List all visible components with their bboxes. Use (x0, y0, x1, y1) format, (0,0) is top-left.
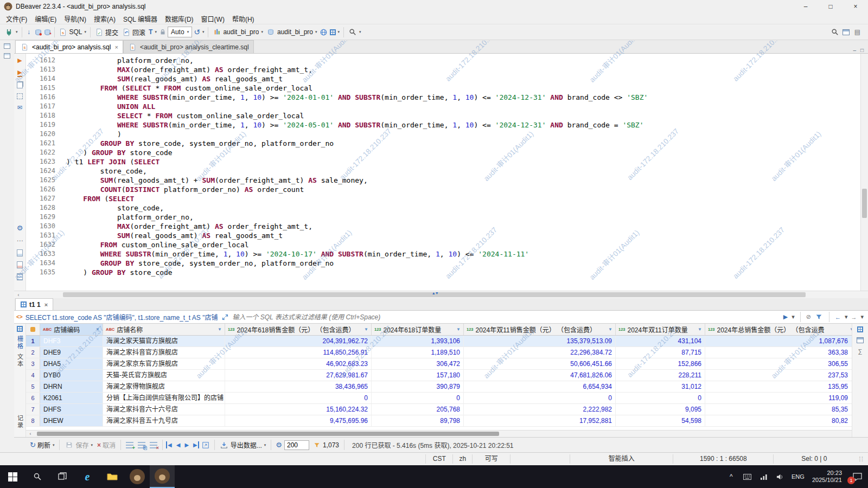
code-line[interactable]: SUM(real_goods_amt_t) + SUM(order_freigh… (66, 176, 860, 185)
menu-item[interactable]: 导航(N) (60, 14, 90, 24)
code-line[interactable]: FROM (SELECT * FROM custom_online_sale_o… (66, 84, 860, 93)
mail-export-icon[interactable]: ✉ (17, 104, 22, 111)
table-cell[interactable]: 1,189,510 (372, 347, 464, 358)
add-row-button[interactable]: + (124, 441, 135, 449)
row-number[interactable]: 3 (26, 358, 40, 369)
network-icon[interactable] (756, 465, 772, 488)
table-cell[interactable]: 119,09 (705, 393, 852, 403)
row-number[interactable]: 4 (26, 370, 40, 381)
globe-icon[interactable] (319, 28, 328, 37)
table-cell[interactable]: DHFS (40, 404, 103, 415)
table-row[interactable]: 4DYB0天猫-英氏官方旗舰店27,629,981.67157,18047,68… (26, 370, 852, 381)
scrollbar-thumb[interactable] (37, 432, 499, 436)
table-cell[interactable]: 海澜之家天猫官方旗舰店 (103, 336, 225, 346)
table-cell[interactable]: 27,629,981.67 (225, 370, 372, 381)
column-header[interactable]: 1232024年双11销售金额（元） （包含运费）▼ (464, 324, 616, 335)
table-cell[interactable]: 89,798 (372, 415, 464, 426)
fetch-size-input[interactable] (284, 440, 309, 450)
table-cell[interactable]: DHF3 (40, 336, 103, 346)
maximize-button[interactable]: □ (818, 0, 843, 13)
scroll-left-icon[interactable]: ‹ (14, 292, 23, 298)
code-line[interactable]: SELECT * FROM custom_online_sale_order_l… (66, 111, 860, 120)
table-cell[interactable]: 50,606,451.66 (464, 358, 616, 369)
column-header[interactable]: 1232024年双11订单数量▼ (616, 324, 705, 335)
table-cell[interactable]: DHEW (40, 415, 103, 426)
filter-history-back-icon[interactable]: ← (835, 314, 841, 320)
code-line[interactable]: UNION ALL (66, 102, 860, 111)
table-cell[interactable]: 海澜之家京东官方旗舰店 (103, 358, 225, 369)
table-cell[interactable]: 47,681,826.06 (464, 370, 616, 381)
insert-mode-indicator[interactable]: 智能插入 (570, 454, 673, 464)
taskbar-search-button[interactable] (25, 465, 50, 488)
taskbar-clock[interactable]: 20:23 2025/10/21 (808, 470, 846, 484)
hidden-icons-chevron[interactable]: ^ (723, 465, 739, 488)
code-line[interactable]: MAX(order_freight_amt) AS order_freight_… (66, 222, 860, 231)
table-cell[interactable]: 0 (616, 393, 705, 403)
menu-item[interactable]: 文件(F) (2, 14, 31, 24)
grid-horizontal-scrollbar[interactable]: ‹ (26, 430, 852, 437)
filter-dropdown-icon[interactable]: ▼ (218, 327, 222, 332)
file-explorer-button[interactable] (100, 465, 125, 488)
data-grid[interactable]: ABC店铺编码▼ABC店铺名称▼1232024年618销售金额（元） （包含运费… (26, 324, 852, 437)
code-line[interactable]: platform_order_no, (66, 56, 860, 65)
history-button[interactable]: ↺ ▾ (192, 27, 206, 37)
table-row[interactable]: 8DHEW海澜之家抖音五十九号店9,475,695.9689,79817,952… (26, 415, 852, 427)
grid-corner-cell[interactable] (26, 324, 40, 335)
column-header[interactable]: ABC店铺编码▼ (40, 324, 103, 335)
language-indicator[interactable]: ENG (788, 465, 808, 488)
row-number[interactable]: 6 (26, 393, 40, 403)
chevron-down-icon[interactable]: ▾ (792, 313, 795, 320)
start-button[interactable] (0, 465, 25, 488)
table-cell[interactable]: 0 (464, 393, 616, 403)
code-lines[interactable]: platform_order_no, MAX(order_freight_amt… (61, 54, 860, 291)
presentation-tab-grid[interactable]: 栅格 (16, 336, 24, 350)
dbeaver-taskbar-button[interactable] (125, 465, 150, 488)
table-row[interactable]: 7DHFS海澜之家抖音六十六号店15,160,224.32205,7682,22… (26, 404, 852, 415)
filter-dropdown-icon[interactable]: ▼ (364, 327, 368, 332)
table-cell[interactable]: 205,768 (372, 404, 464, 415)
code-line[interactable]: SUM(real_goods_amt) AS real_goods_amt_t (66, 231, 860, 240)
table-cell[interactable]: 31,012 (616, 381, 705, 392)
autocommit-select[interactable]: Auto ▾ (168, 27, 192, 37)
commit-mode-button[interactable]: ▾ (328, 28, 342, 36)
commit-button[interactable]: ✓ 提交 (93, 27, 120, 38)
total-row-count[interactable]: 1,073 (310, 440, 341, 450)
table-row[interactable]: 5DHRN海澜之家得物旗舰店38,436,965390,8796,654,934… (26, 381, 852, 393)
more-icon[interactable]: ⋯ (17, 237, 23, 245)
filter-dropdown-icon[interactable]: ▼ (698, 327, 702, 332)
maximize-editor-icon[interactable]: □ (860, 47, 864, 53)
database-star-icon[interactable]: * (43, 28, 52, 37)
table-cell[interactable]: 海澜之家抖音六十六号店 (103, 404, 225, 415)
table-cell[interactable]: 152,866 (616, 358, 705, 369)
code-line[interactable]: ) GROUP BY store_code (66, 268, 860, 277)
table-cell[interactable]: 46,902,683.23 (225, 358, 372, 369)
schema-select[interactable]: audit_bi_pro ▾ (265, 27, 319, 38)
refresh-button[interactable]: ↻ 刷新 ▾ (28, 440, 56, 450)
scroll-left-icon[interactable]: ‹ (26, 431, 35, 436)
grid-settings-gear-icon[interactable]: ⚙ (275, 441, 283, 449)
code-line[interactable]: WHERE SUBSTR(min_order_time, 1, 10) >= '… (66, 249, 860, 259)
menu-item[interactable]: 帮助(H) (228, 14, 258, 24)
table-cell[interactable]: 17,952,881 (464, 415, 616, 426)
row-number[interactable]: 1 (26, 336, 40, 346)
quick-search-icon[interactable] (830, 28, 839, 37)
minimize-button[interactable]: – (793, 0, 818, 13)
dbeaver-taskbar-button-active[interactable] (150, 465, 175, 488)
access-mode-indicator[interactable]: 可写 (472, 454, 510, 464)
menu-item[interactable]: 编辑(E) (31, 14, 60, 24)
table-cell[interactable]: K2061 (40, 393, 103, 403)
last-row-button[interactable]: ▶ (192, 441, 199, 448)
table-cell[interactable]: 135,379,513.09 (464, 336, 616, 346)
database-new-icon[interactable] (34, 28, 43, 37)
column-header[interactable]: 1232024年618订单数量▼ (372, 324, 464, 335)
table-cell[interactable]: 1,393,106 (372, 336, 464, 346)
table-cell[interactable]: 237,53 (705, 370, 852, 381)
sash-collapse-icon[interactable]: ▴▾ (432, 291, 439, 296)
table-cell[interactable]: 海澜之家抖音五十九号店 (103, 415, 225, 426)
value-panel-icon[interactable] (857, 326, 863, 332)
table-cell[interactable]: DHE9 (40, 347, 103, 358)
volume-icon[interactable] (772, 465, 788, 488)
row-number[interactable]: 8 (26, 415, 40, 426)
code-line[interactable]: ) GROUP BY store_code (66, 148, 860, 157)
transaction-mode-button[interactable]: T ▾ (147, 27, 158, 37)
